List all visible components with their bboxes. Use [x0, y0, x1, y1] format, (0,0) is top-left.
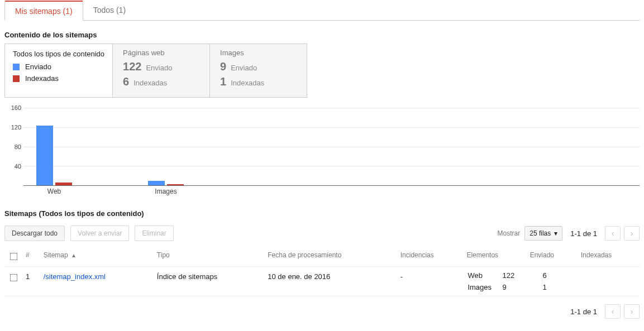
- bar-web-sent: [36, 126, 53, 185]
- images-sent-value: 9: [220, 60, 226, 73]
- el-web-sent: 122: [502, 270, 541, 281]
- col-sitemap[interactable]: Sitemap ▲: [40, 247, 154, 267]
- legend-card: Todos los tipos de contenido Enviado Ind…: [4, 44, 113, 98]
- web-sent-label: Enviado: [146, 64, 172, 72]
- el-img-label: Images: [468, 282, 501, 292]
- swatch-sent: [13, 64, 20, 70]
- legend-item-indexed: Indexadas: [13, 74, 104, 83]
- legend-item-sent: Enviado: [13, 63, 104, 71]
- tab-my-sitemaps[interactable]: Mis sitemaps (1): [4, 1, 83, 21]
- sitemaps-table: # Sitemap ▲ Tipo Fecha de procesamiento …: [4, 247, 640, 296]
- row-type: Índice de sitemaps: [154, 267, 264, 296]
- ytick-160: 160: [11, 104, 21, 111]
- row-issues: -: [397, 267, 464, 296]
- bar-images-sent: [148, 181, 165, 185]
- rows-dropdown[interactable]: 25 filas ▾: [524, 226, 562, 241]
- chart-plot: Web Images: [23, 108, 640, 186]
- col-sent[interactable]: Enviado: [527, 247, 578, 267]
- table-heading: Sitemaps (Todos los tipos de contenido): [4, 209, 640, 218]
- bar-images-indexed: [167, 184, 184, 185]
- col-indexed[interactable]: Indexadas: [578, 247, 640, 267]
- rows-dropdown-value: 25 filas: [529, 229, 551, 237]
- stat-card-images[interactable]: Images 9 Enviado 1 Indexadas: [209, 44, 307, 98]
- footer-pager: 1-1 de 1 ‹ ›: [4, 304, 640, 319]
- ytick-120: 120: [11, 124, 21, 131]
- stat-card-images-title: Images: [220, 49, 297, 57]
- web-indexed-label: Indexadas: [133, 79, 167, 87]
- cat-images: Images: [155, 188, 176, 195]
- web-indexed-value: 6: [123, 75, 129, 88]
- chart: 160 120 80 40 Web Images: [4, 108, 640, 199]
- row-elements-subtable: Web 122 6 Images 9 1: [466, 269, 553, 294]
- bar-group-images: Images: [141, 181, 191, 185]
- el-img-indexed: 1: [542, 282, 552, 292]
- row-date: 10 de ene. de 2016: [264, 267, 397, 296]
- el-web-label: Web: [468, 270, 501, 281]
- chevron-right-icon: ›: [631, 229, 633, 238]
- cat-web: Web: [47, 188, 61, 195]
- row-index: 1: [22, 267, 40, 296]
- col-elements[interactable]: Elementos: [463, 247, 526, 267]
- chevron-left-icon: ‹: [612, 307, 614, 316]
- bar-web-indexed: [55, 183, 72, 185]
- row-checkbox[interactable]: [10, 274, 18, 282]
- table-row: 1 /sitemap_index.xml Índice de sitemaps …: [4, 267, 640, 296]
- chevron-right-icon: ›: [631, 307, 633, 316]
- page-info-top: 1-1 de 1: [570, 229, 597, 238]
- legend-title: Todos los tipos de contenido: [13, 50, 104, 58]
- legend-indexed-label: Indexadas: [25, 74, 59, 83]
- sitemap-link[interactable]: /sitemap_index.xml: [44, 272, 106, 281]
- col-type[interactable]: Tipo: [154, 247, 264, 267]
- images-indexed-label: Indexadas: [231, 79, 264, 87]
- tabs: Mis sitemaps (1) Todos (1): [4, 0, 640, 21]
- web-sent-value: 122: [123, 60, 141, 73]
- prev-page-button[interactable]: ‹: [605, 226, 621, 241]
- col-num[interactable]: #: [22, 247, 40, 267]
- sort-asc-icon: ▲: [71, 252, 77, 258]
- download-all-button[interactable]: Descargar todo: [4, 226, 65, 241]
- select-all-checkbox[interactable]: [10, 253, 18, 261]
- col-sitemap-label: Sitemap: [44, 251, 68, 259]
- legend-sent-label: Enviado: [25, 63, 51, 71]
- images-indexed-value: 1: [220, 75, 226, 88]
- next-page-button[interactable]: ›: [624, 226, 640, 241]
- page-info-bottom: 1-1 de 1: [570, 308, 597, 316]
- el-web-indexed: 6: [542, 270, 552, 281]
- col-issues[interactable]: Incidencias: [397, 247, 464, 267]
- delete-button[interactable]: Eliminar: [135, 226, 173, 241]
- resend-button[interactable]: Volver a enviar: [70, 226, 129, 241]
- swatch-indexed: [13, 75, 20, 82]
- sitemap-content-heading: Contenido de los sitemaps: [4, 31, 640, 39]
- images-sent-label: Enviado: [231, 64, 257, 72]
- show-label: Mostrar: [498, 229, 521, 237]
- next-page-button-bottom[interactable]: ›: [624, 304, 640, 319]
- el-img-sent: 9: [502, 282, 541, 292]
- chevron-down-icon: ▾: [554, 229, 557, 237]
- chart-yaxis: 160 120 80 40: [7, 108, 23, 186]
- stat-card-web-title: Páginas web: [123, 49, 199, 57]
- col-processed[interactable]: Fecha de procesamiento: [264, 247, 397, 267]
- chevron-left-icon: ‹: [612, 229, 614, 238]
- tab-all-sitemaps[interactable]: Todos (1): [83, 1, 136, 21]
- ytick-80: 80: [15, 143, 21, 150]
- prev-page-button-bottom[interactable]: ‹: [605, 304, 621, 319]
- summary-row: Todos los tipos de contenido Enviado Ind…: [4, 44, 640, 98]
- stat-card-web[interactable]: Páginas web 122 Enviado 6 Indexadas: [112, 44, 210, 98]
- table-toolbar: Descargar todo Volver a enviar Eliminar …: [4, 226, 640, 241]
- bar-group-web: Web: [29, 126, 79, 185]
- ytick-40: 40: [15, 163, 21, 170]
